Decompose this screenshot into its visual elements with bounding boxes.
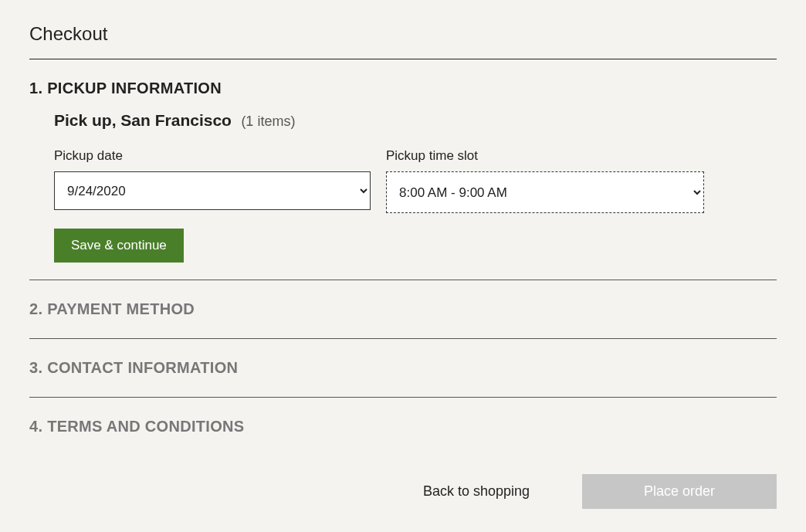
step-pickup-body: Pick up, San Francisco (1 items) Pickup … bbox=[29, 111, 777, 280]
pickup-date-label: Pickup date bbox=[54, 148, 371, 164]
save-continue-button[interactable]: Save & continue bbox=[54, 229, 184, 263]
step-terms-header: 4. TERMS AND CONDITIONS bbox=[29, 418, 777, 435]
pickup-subtitle: Pick up, San Francisco (1 items) bbox=[54, 111, 777, 130]
pickup-time-label: Pickup time slot bbox=[386, 148, 704, 164]
pickup-item-count: (1 items) bbox=[241, 114, 295, 129]
step-contact-information: 3. CONTACT INFORMATION bbox=[29, 339, 777, 377]
step-terms-conditions: 4. TERMS AND CONDITIONS bbox=[29, 398, 777, 435]
place-order-button[interactable]: Place order bbox=[582, 474, 777, 509]
step-number: 2. bbox=[29, 300, 42, 317]
pickup-location: Pick up, San Francisco bbox=[54, 111, 232, 129]
step-title-text: PICKUP INFORMATION bbox=[47, 80, 222, 97]
step-contact-header: 3. CONTACT INFORMATION bbox=[29, 359, 777, 377]
step-number: 4. bbox=[29, 418, 42, 435]
pickup-time-select[interactable]: 8:00 AM - 9:00 AM bbox=[386, 171, 704, 213]
step-number: 3. bbox=[29, 359, 42, 376]
step-title-text: PAYMENT METHOD bbox=[47, 300, 195, 317]
step-payment-method: 2. PAYMENT METHOD bbox=[29, 280, 777, 318]
back-to-shopping-link[interactable]: Back to shopping bbox=[423, 483, 530, 500]
step-title-text: CONTACT INFORMATION bbox=[47, 359, 238, 376]
page-title: Checkout bbox=[29, 23, 777, 45]
pickup-date-select[interactable]: 9/24/2020 bbox=[54, 171, 371, 210]
step-title-text: TERMS AND CONDITIONS bbox=[47, 418, 244, 435]
pickup-date-group: Pickup date 9/24/2020 bbox=[54, 148, 371, 213]
pickup-time-group: Pickup time slot 8:00 AM - 9:00 AM bbox=[386, 148, 704, 213]
step-payment-header: 2. PAYMENT METHOD bbox=[29, 300, 777, 318]
pickup-form-row: Pickup date 9/24/2020 Pickup time slot 8… bbox=[54, 148, 777, 213]
footer-actions: Back to shopping Place order bbox=[29, 474, 777, 509]
step-number: 1. bbox=[29, 80, 42, 97]
step-pickup-header: 1. PICKUP INFORMATION bbox=[29, 80, 777, 97]
step-pickup-information: 1. PICKUP INFORMATION Pick up, San Franc… bbox=[29, 59, 777, 280]
